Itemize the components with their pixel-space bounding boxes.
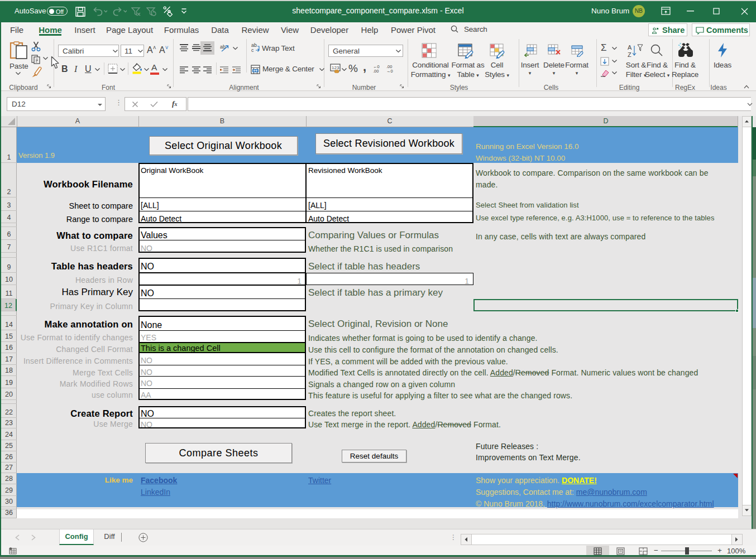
- svg-text:A: A: [628, 44, 632, 51]
- svg-text:Z: Z: [628, 51, 631, 58]
- svg-text:123: 123: [332, 65, 339, 70]
- svg-text:.00: .00: [373, 69, 379, 73]
- svg-text:c: c: [251, 47, 254, 53]
- svg-text:→0: →0: [386, 69, 393, 73]
